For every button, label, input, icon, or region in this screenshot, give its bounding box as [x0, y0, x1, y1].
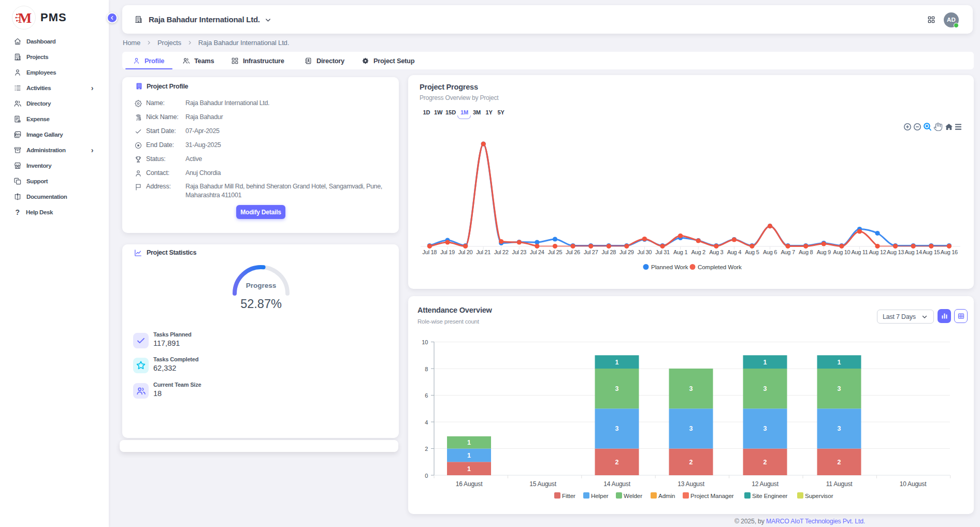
svg-text:Aug 10: Aug 10	[833, 249, 850, 255]
svg-text:10 August: 10 August	[900, 480, 927, 488]
svg-text:1: 1	[467, 439, 471, 446]
svg-text:15 August: 15 August	[529, 480, 556, 488]
svg-text:6: 6	[425, 392, 428, 399]
svg-text:Aug 12: Aug 12	[869, 249, 886, 255]
svg-text:Jul 27: Jul 27	[584, 249, 598, 255]
svg-text:Aug 3: Aug 3	[709, 249, 723, 255]
svg-text:Aug 14: Aug 14	[905, 249, 922, 255]
svg-text:Aug 5: Aug 5	[745, 249, 759, 255]
svg-text:3: 3	[763, 425, 767, 432]
svg-text:3: 3	[838, 425, 841, 432]
svg-text:3: 3	[615, 385, 619, 392]
svg-text:Aug 9: Aug 9	[817, 249, 831, 255]
svg-text:1: 1	[615, 359, 619, 366]
svg-text:Completed Work: Completed Work	[698, 264, 742, 270]
svg-text:Jul 25: Jul 25	[548, 249, 563, 255]
svg-text:Aug 1: Aug 1	[673, 249, 687, 255]
svg-text:Jul 31: Jul 31	[655, 249, 670, 255]
svg-text:1: 1	[838, 359, 841, 366]
svg-text:Admin: Admin	[658, 492, 675, 499]
svg-text:2: 2	[425, 446, 428, 452]
svg-text:3: 3	[615, 425, 619, 432]
svg-text:Helper: Helper	[591, 492, 609, 499]
svg-text:Planned Work: Planned Work	[651, 264, 688, 270]
svg-text:Jul 23: Jul 23	[512, 249, 527, 255]
svg-text:12 August: 12 August	[752, 480, 779, 488]
svg-text:Jul 20: Jul 20	[458, 249, 473, 255]
svg-text:Jul 30: Jul 30	[638, 249, 652, 255]
svg-text:Jul 19: Jul 19	[440, 249, 455, 255]
svg-text:Site Engineer: Site Engineer	[752, 492, 788, 499]
svg-text:Supervisor: Supervisor	[805, 492, 833, 499]
svg-text:Jul 28: Jul 28	[602, 249, 616, 255]
svg-text:Aug 11: Aug 11	[851, 249, 868, 255]
svg-text:3: 3	[689, 385, 693, 392]
svg-text:3: 3	[689, 425, 693, 432]
svg-text:10: 10	[422, 339, 428, 345]
svg-text:Aug 8: Aug 8	[799, 249, 813, 255]
svg-text:Jul 18: Jul 18	[423, 249, 437, 255]
svg-text:M: M	[18, 10, 32, 26]
svg-text:Aug 6: Aug 6	[763, 249, 777, 255]
svg-text:1: 1	[763, 359, 767, 366]
svg-text:3: 3	[838, 385, 841, 392]
svg-text:Aug 16: Aug 16	[941, 249, 958, 255]
svg-text:Aug 4: Aug 4	[727, 249, 741, 255]
svg-text:2: 2	[689, 459, 693, 466]
svg-text:16 August: 16 August	[456, 480, 483, 488]
svg-text:3: 3	[763, 385, 767, 392]
svg-text:2: 2	[763, 459, 767, 466]
svg-text:Aug 7: Aug 7	[781, 249, 795, 255]
svg-text:2: 2	[838, 459, 841, 466]
svg-text:Aug 2: Aug 2	[691, 249, 705, 255]
svg-text:Jul 21: Jul 21	[476, 249, 491, 255]
svg-text:13 August: 13 August	[678, 480, 704, 488]
svg-text:1: 1	[467, 452, 471, 459]
svg-text:8: 8	[425, 366, 428, 372]
svg-text:Welder: Welder	[624, 492, 642, 499]
svg-text:Project Manager: Project Manager	[690, 492, 734, 499]
svg-text:0: 0	[425, 473, 428, 479]
svg-text:Jul 29: Jul 29	[619, 249, 634, 255]
svg-text:1: 1	[467, 465, 471, 473]
svg-text:11 August: 11 August	[826, 480, 853, 488]
svg-text:Jul 26: Jul 26	[566, 249, 580, 255]
svg-text:Jul 22: Jul 22	[494, 249, 509, 255]
svg-text:14 August: 14 August	[603, 480, 630, 488]
svg-text:4: 4	[425, 419, 428, 426]
svg-text:Fitter: Fitter	[562, 492, 575, 499]
svg-text:Jul 24: Jul 24	[530, 249, 544, 255]
svg-text:Aug 13: Aug 13	[887, 249, 904, 255]
svg-text:Aug 15: Aug 15	[923, 249, 940, 255]
svg-text:2: 2	[615, 459, 619, 466]
